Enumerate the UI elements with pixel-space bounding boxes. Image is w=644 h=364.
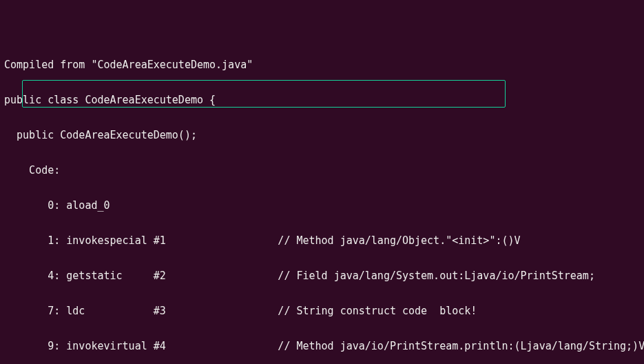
code-line: 1: invokespecial #1 // Method java/lang/… bbox=[4, 235, 640, 247]
code-line: 4: getstatic #2 // Field java/lang/Syste… bbox=[4, 270, 640, 282]
code-line: public class CodeAreaExecuteDemo { bbox=[4, 94, 640, 106]
code-line: 9: invokevirtual #4 // Method java/io/Pr… bbox=[4, 341, 640, 352]
code-line: 7: ldc #3 // String construct code block… bbox=[4, 305, 640, 317]
code-line: Compiled from "CodeAreaExecuteDemo.java" bbox=[4, 59, 640, 71]
code-line: Code: bbox=[4, 165, 640, 176]
code-line: 0: aload_0 bbox=[4, 200, 640, 212]
terminal-output: Compiled from "CodeAreaExecuteDemo.java"… bbox=[0, 0, 644, 364]
code-line: public CodeAreaExecuteDemo(); bbox=[4, 130, 640, 141]
